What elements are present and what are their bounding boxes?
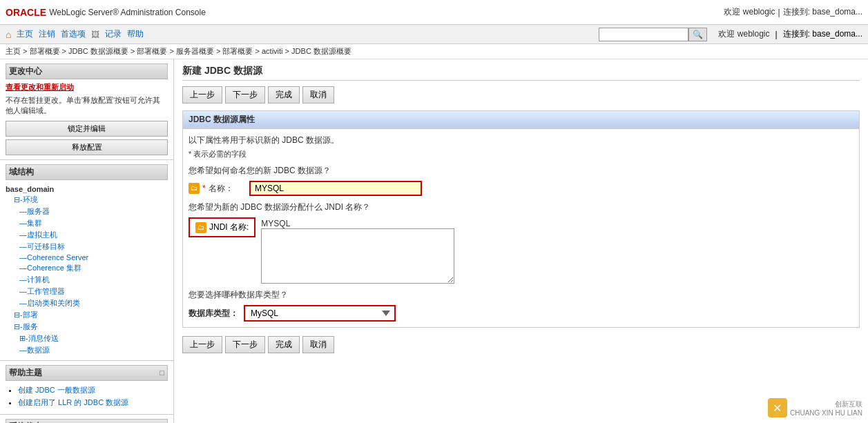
help-item-1: 创建 JDBC 一般数据源: [18, 385, 168, 395]
question-name: 您希望如何命名您的新 JDBC 数据源？: [189, 165, 853, 177]
nav-logout[interactable]: 注销: [39, 28, 55, 40]
next-button-top[interactable]: 下一步: [225, 86, 265, 104]
search-button[interactable]: 🔍: [688, 28, 707, 41]
required-note: * 表示必需的字段: [189, 149, 853, 159]
name-input[interactable]: [249, 181, 422, 196]
nav-help[interactable]: 帮助: [127, 28, 144, 40]
watermark-text: 创新互联 CHUANG XIN HU LIAN: [790, 400, 862, 417]
jndi-label-box: 🗂 JNDI 名称:: [189, 217, 255, 237]
watermark-icon: ✕: [768, 398, 787, 417]
oracle-text: ORACLE: [6, 7, 46, 18]
header: ORACLE WebLogic Server® Administration C…: [0, 0, 868, 25]
change-center: 更改中心 查看更改和重新启动 不存在暂挂更改。单击'释放配置'按钮可允许其他人编…: [0, 59, 173, 160]
tree-services[interactable]: ⊟-服务: [6, 321, 168, 333]
db-type-row: 数据库类型： MySQL Oracle SQL Server DB2 Sybas…: [189, 305, 853, 322]
change-center-desc: 不存在暂挂更改。单击'释放配置'按钮可允许其他人编辑域。: [6, 95, 168, 117]
tree-work-managers[interactable]: —工作管理器: [6, 286, 168, 297]
watermark: ✕ 创新互联 CHUANG XIN HU LIAN: [768, 398, 862, 417]
wizard-buttons-bottom: 上一步 下一步 完成 取消: [182, 336, 860, 353]
db-type-label: 数据库类型：: [189, 308, 238, 319]
oracle-logo: ORACLE WebLogic Server® Administration C…: [6, 7, 206, 18]
tree-virtual-hosts[interactable]: —虚拟主机: [6, 229, 168, 241]
tree-env[interactable]: ⊟-环境: [6, 194, 168, 206]
jndi-icon: 🗂: [195, 222, 206, 233]
tree-startup-classes[interactable]: —启动类和关闭类: [6, 297, 168, 309]
next-button-bottom[interactable]: 下一步: [225, 336, 265, 353]
search-input[interactable]: [599, 28, 688, 41]
jndi-label-text: JNDI 名称:: [209, 222, 249, 233]
system-status: 系统状态 □ 正在运行的服务器的健康状况: [0, 415, 173, 423]
tree-servers[interactable]: —服务器: [6, 206, 168, 217]
search-box: 🔍: [599, 28, 707, 41]
tree-coherence-server[interactable]: —Coherence Server: [6, 253, 168, 262]
nav-preferences[interactable]: 首选项: [61, 28, 86, 40]
tree-machines[interactable]: —计算机: [6, 274, 168, 286]
release-config-button[interactable]: 释放配置: [6, 139, 168, 155]
domain-structure-title: 域结构: [6, 164, 168, 180]
cancel-button-bottom[interactable]: 取消: [302, 336, 334, 353]
jndi-field-row: 🗂 JNDI 名称: MYSQL: [189, 217, 853, 284]
tree-coherence-cluster[interactable]: —Coherence 集群: [6, 262, 168, 274]
back-button-top[interactable]: 上一步: [182, 86, 222, 104]
nav-home[interactable]: 主页: [17, 28, 33, 40]
nav-welcome: 欢迎 weblogic: [718, 28, 769, 40]
breadcrumb-text: 主页 > 部署概要 > JDBC 数据源概要 > 部署概要 > 服务器概要 > …: [6, 47, 351, 55]
section-header: JDBC 数据源属性: [183, 111, 859, 129]
connected-text: 连接到: base_doma...: [783, 6, 862, 18]
domain-structure: 域结构 base_domain ⊟-环境 —服务器 —集群 —虚拟主机 —可迁移…: [0, 160, 173, 361]
help-link-2[interactable]: 创建启用了 LLR 的 JDBC 数据源: [18, 398, 128, 406]
header-right: 欢迎 weblogic | 连接到: base_doma...: [724, 6, 862, 18]
jndi-textarea[interactable]: [261, 228, 454, 284]
nav-toolbar: ⌂ 主页 注销 首选项 🖼 记录 帮助 🔍 欢迎 weblogic | 连接到:…: [0, 25, 868, 44]
wizard-buttons-top: 上一步 下一步 完成 取消: [182, 86, 860, 104]
name-label-text: 名称：: [209, 183, 233, 195]
help-section: 帮助主题 □ 创建 JDBC 一般数据源 创建启用了 LLR 的 JDBC 数据…: [0, 361, 173, 415]
page-title: 新建 JDBC 数据源: [182, 65, 860, 81]
weblogic-title: WebLogic Server® Administration Console: [49, 8, 206, 17]
content-area: 新建 JDBC 数据源 上一步 下一步 完成 取消 JDBC 数据源属性 以下属…: [174, 59, 868, 423]
jdbc-properties-section: JDBC 数据源属性 以下属性将用于标识新的 JDBC 数据源。 * 表示必需的…: [182, 110, 860, 328]
cancel-button-top[interactable]: 取消: [302, 86, 334, 104]
section-content: 以下属性将用于标识新的 JDBC 数据源。 * 表示必需的字段 您希望如何命名您…: [183, 129, 859, 327]
system-status-title: 系统状态 □: [6, 419, 168, 423]
lock-edit-button[interactable]: 锁定并编辑: [6, 121, 168, 137]
tree-deployments[interactable]: ⊟-部署: [6, 309, 168, 321]
tree-domain[interactable]: base_domain: [6, 184, 168, 194]
view-changes-link[interactable]: 查看更改和重新启动: [6, 82, 168, 92]
change-center-title: 更改中心: [6, 63, 168, 79]
sidebar: 更改中心 查看更改和重新启动 不存在暂挂更改。单击'释放配置'按钮可允许其他人编…: [0, 59, 174, 423]
help-link-1[interactable]: 创建 JDBC 一般数据源: [18, 386, 95, 394]
help-collapse-icon[interactable]: □: [160, 368, 164, 377]
help-title: 帮助主题 □: [6, 365, 168, 381]
jndi-value-container: MYSQL: [261, 217, 454, 284]
separator: |: [778, 8, 780, 17]
help-list: 创建 JDBC 一般数据源 创建启用了 LLR 的 JDBC 数据源: [6, 385, 168, 408]
tree-clusters[interactable]: —集群: [6, 217, 168, 229]
nav-connected: 连接到: base_doma...: [783, 28, 862, 40]
db-type-select[interactable]: MySQL Oracle SQL Server DB2 Sybase Derby…: [244, 305, 396, 322]
main-layout: 更改中心 查看更改和重新启动 不存在暂挂更改。单击'释放配置'按钮可允许其他人编…: [0, 59, 868, 423]
welcome-text: 欢迎 weblogic: [724, 6, 775, 18]
tree-messaging[interactable]: ⊞-消息传送: [6, 333, 168, 344]
watermark-line2: CHUANG XIN HU LIAN: [790, 409, 862, 417]
tree-datasources[interactable]: —数据源: [6, 344, 168, 356]
finish-button-bottom[interactable]: 完成: [268, 336, 300, 353]
watermark-line1: 创新互联: [790, 400, 862, 409]
back-button-bottom[interactable]: 上一步: [182, 336, 222, 353]
home-icon: ⌂: [6, 29, 11, 40]
help-item-2: 创建启用了 LLR 的 JDBC 数据源: [18, 397, 168, 408]
jndi-current-value: MYSQL: [261, 219, 454, 228]
tree-migratable[interactable]: —可迁移目标: [6, 241, 168, 253]
question-jndi: 您希望为新的 JDBC 数据源分配什么 JNDI 名称？: [189, 201, 853, 213]
name-icon: 🗂: [189, 183, 200, 194]
required-star: *: [202, 184, 206, 193]
picture-icon: 🖼: [91, 30, 99, 39]
name-label: 🗂 * 名称：: [189, 183, 244, 195]
question-db-type: 您要选择哪种数据库类型？: [189, 289, 853, 301]
nav-separator: |: [775, 30, 777, 39]
nav-record[interactable]: 记录: [105, 28, 122, 40]
section-desc: 以下属性将用于标识新的 JDBC 数据源。: [189, 135, 853, 146]
name-field-row: 🗂 * 名称：: [189, 181, 853, 196]
breadcrumb: 主页 > 部署概要 > JDBC 数据源概要 > 部署概要 > 服务器概要 > …: [0, 44, 868, 59]
finish-button-top[interactable]: 完成: [268, 86, 300, 104]
